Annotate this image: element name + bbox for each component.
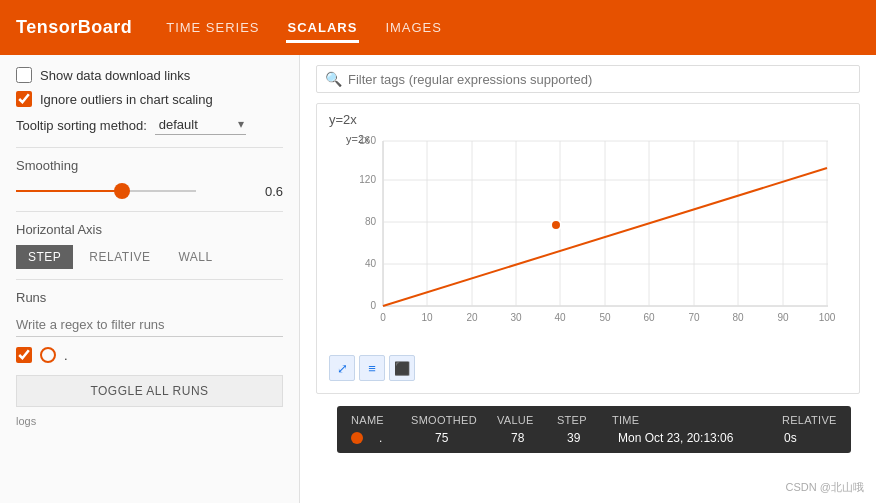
axis-wall-btn[interactable]: WALL	[166, 245, 224, 269]
tooltip-sort-label: Tooltip sorting method:	[16, 118, 147, 133]
smoothing-row: 0.6	[16, 181, 283, 201]
run-name: .	[64, 348, 68, 363]
content-area: 🔍 y=2x y=2x	[300, 55, 876, 503]
tooltip-col-time: Time	[612, 414, 762, 426]
toggle-all-button[interactable]: TOGGLE ALL RUNS	[16, 375, 283, 407]
svg-text:50: 50	[599, 312, 611, 323]
svg-text:10: 10	[421, 312, 433, 323]
smoothing-slider-container	[16, 181, 245, 201]
tooltip-series-dot	[351, 432, 363, 444]
chart-icon-expand[interactable]: ⤢	[329, 355, 355, 381]
tooltip-val-value: 78	[511, 431, 551, 445]
tooltip-val-step: 39	[567, 431, 602, 445]
tooltip-val-relative: 0s	[784, 431, 824, 445]
tooltip-val-name: .	[379, 431, 419, 445]
nav-images[interactable]: IMAGES	[383, 16, 444, 39]
svg-text:100: 100	[819, 312, 836, 323]
nav: TIME SERIES SCALARS IMAGES	[164, 16, 444, 39]
header: TensorBoard TIME SERIES SCALARS IMAGES	[0, 0, 876, 55]
svg-text:80: 80	[732, 312, 744, 323]
runs-title: Runs	[16, 290, 283, 305]
svg-text:0: 0	[380, 312, 386, 323]
sidebar: Show data download links Ignore outliers…	[0, 55, 300, 503]
search-icon: 🔍	[325, 71, 342, 87]
axis-relative-btn[interactable]: RELATIVE	[77, 245, 162, 269]
tooltip-header: Name Smoothed Value Step Time Relative	[351, 414, 837, 426]
logo: TensorBoard	[16, 17, 132, 38]
chart-icon-menu[interactable]: ≡	[359, 355, 385, 381]
horizontal-axis-title: Horizontal Axis	[16, 222, 283, 237]
chart-icons-row: ⤢ ≡ ⬛	[329, 355, 847, 381]
tooltip-sort-row: Tooltip sorting method: default ascendin…	[16, 115, 283, 135]
run-item: .	[16, 347, 283, 363]
filter-input[interactable]	[348, 72, 851, 87]
chart-dot	[551, 220, 561, 230]
show-download-checkbox[interactable]	[16, 67, 32, 83]
tooltip-data-row: . 75 78 39 Mon Oct 23, 20:13:06 0s	[351, 431, 837, 445]
ignore-outliers-checkbox[interactable]	[16, 91, 32, 107]
runs-section: Runs . TOGGLE ALL RUNS logs	[16, 290, 283, 427]
tooltip-col-name: Name	[351, 414, 391, 426]
axis-step-btn[interactable]: STEP	[16, 245, 73, 269]
tooltip-sort-select[interactable]: default ascending descending nearest	[155, 115, 246, 135]
nav-scalars[interactable]: SCALARS	[286, 16, 360, 39]
smoothing-value: 0.6	[255, 184, 283, 199]
watermark: CSDN @北山哦	[786, 480, 864, 495]
axis-buttons: STEP RELATIVE WALL	[16, 245, 283, 269]
divider-3	[16, 279, 283, 280]
smoothing-title: Smoothing	[16, 158, 283, 173]
chart-area: y=2x	[329, 131, 847, 351]
tooltip-val-time: Mon Oct 23, 20:13:06	[618, 431, 768, 445]
tooltip-col-relative: Relative	[782, 414, 837, 426]
tooltip-col-smoothed: Smoothed	[411, 414, 477, 426]
chart-card: y=2x y=2x	[316, 103, 860, 394]
ignore-outliers-label: Ignore outliers in chart scaling	[40, 92, 213, 107]
chart-card-title: y=2x	[329, 112, 847, 127]
svg-text:90: 90	[777, 312, 789, 323]
svg-text:0: 0	[370, 300, 376, 311]
tooltip-col-step: Step	[557, 414, 592, 426]
divider-2	[16, 211, 283, 212]
show-download-option: Show data download links	[16, 67, 283, 83]
svg-text:80: 80	[365, 216, 377, 227]
run-color-dot	[40, 347, 56, 363]
tooltip-col-value: Value	[497, 414, 537, 426]
svg-text:30: 30	[510, 312, 522, 323]
runs-filter-input[interactable]	[16, 313, 283, 337]
chart-svg: y=2x	[329, 131, 847, 346]
svg-text:70: 70	[688, 312, 700, 323]
svg-text:160: 160	[359, 135, 376, 146]
logs-label: logs	[16, 415, 283, 427]
nav-time-series[interactable]: TIME SERIES	[164, 16, 261, 39]
ignore-outliers-option: Ignore outliers in chart scaling	[16, 91, 283, 107]
tooltip-overlay: Name Smoothed Value Step Time Relative .…	[337, 406, 851, 453]
svg-text:60: 60	[643, 312, 655, 323]
tooltip-val-smoothed: 75	[435, 431, 495, 445]
tooltip-sort-select-wrapper: default ascending descending nearest	[155, 115, 246, 135]
smoothing-slider[interactable]	[16, 190, 196, 192]
svg-text:40: 40	[365, 258, 377, 269]
show-download-label: Show data download links	[40, 68, 190, 83]
main: Show data download links Ignore outliers…	[0, 55, 876, 503]
svg-text:20: 20	[466, 312, 478, 323]
run-checkbox[interactable]	[16, 347, 32, 363]
svg-text:40: 40	[554, 312, 566, 323]
filter-bar: 🔍	[316, 65, 860, 93]
chart-icon-download[interactable]: ⬛	[389, 355, 415, 381]
svg-text:120: 120	[359, 174, 376, 185]
divider-1	[16, 147, 283, 148]
